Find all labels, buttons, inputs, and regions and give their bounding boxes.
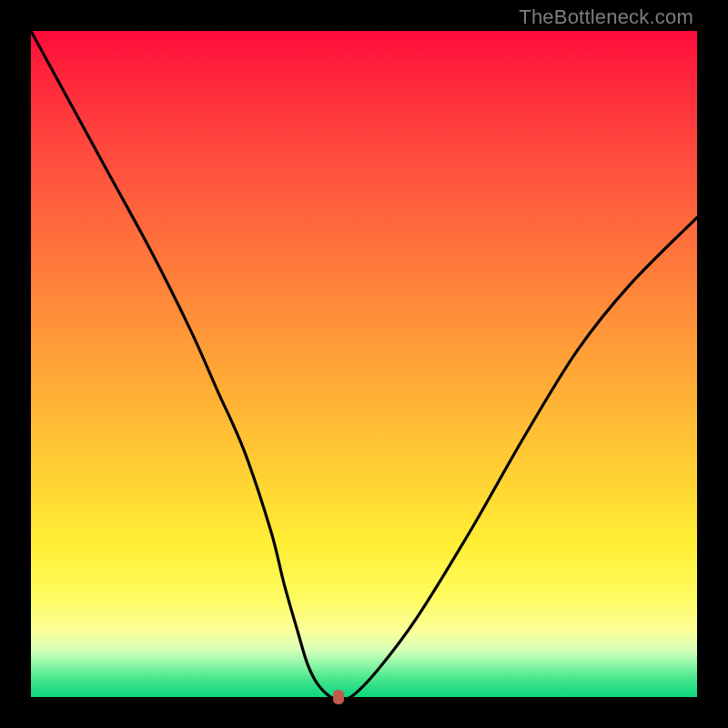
optimal-point-marker: [333, 690, 344, 704]
bottleneck-curve: [31, 31, 697, 697]
watermark-text: TheBottleneck.com: [519, 5, 693, 29]
plot-area: [31, 31, 697, 697]
chart-frame: TheBottleneck.com: [0, 0, 728, 728]
